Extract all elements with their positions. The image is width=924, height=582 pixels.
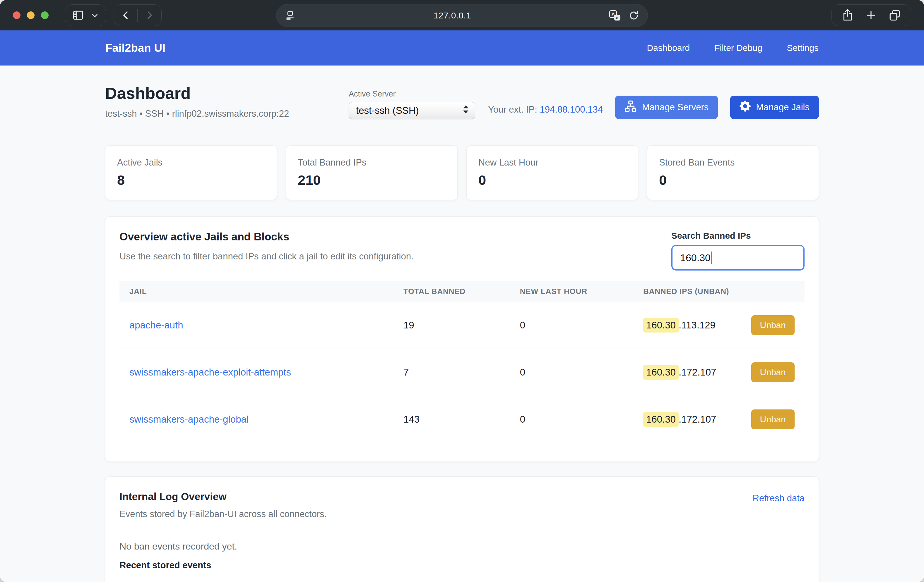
brand-logo[interactable]: Fail2ban UI <box>106 42 165 54</box>
reload-icon[interactable] <box>628 10 639 21</box>
search-banned-ips-label: Search Banned IPs <box>672 231 805 241</box>
back-button[interactable] <box>120 9 132 21</box>
unban-button[interactable]: Unban <box>751 409 795 429</box>
sitemap-icon <box>624 100 637 115</box>
log-subtitle: Events stored by Fail2ban-UI across all … <box>119 509 327 520</box>
page-format-icon[interactable] <box>285 9 296 22</box>
overview-subtitle: Use the search to filter banned IPs and … <box>119 251 414 262</box>
table-row: apache-auth 19 0 160.30.113.129 Unban <box>119 302 805 349</box>
history-nav-group <box>114 4 162 26</box>
forward-button[interactable] <box>144 9 155 21</box>
page: Dashboard test-ssh • SSH • rlinfp02.swis… <box>0 66 924 582</box>
table-row: swissmakers-apache-global 143 0 160.30.1… <box>119 396 805 443</box>
page-title: Dashboard <box>105 84 289 103</box>
app-navbar: Fail2ban UI Dashboard Filter Debug Setti… <box>0 30 924 66</box>
traffic-lights <box>13 12 49 19</box>
url-text: 127.0.0.1 <box>296 10 609 20</box>
tabs-overview-button[interactable] <box>889 9 901 21</box>
ext-ip-label: Your ext. IP: <box>488 104 537 115</box>
nav-link-filter-debug[interactable]: Filter Debug <box>714 43 762 53</box>
zoom-window-button[interactable] <box>41 12 49 19</box>
jail-link[interactable]: swissmakers-apache-global <box>129 414 249 425</box>
banned-ip: 160.30.172.107 <box>643 365 716 380</box>
share-button[interactable] <box>842 8 853 22</box>
stat-card-stored-ban-events: Stored Ban Events 0 <box>647 145 819 200</box>
active-server-label: Active Server <box>349 89 475 99</box>
divider <box>137 9 138 21</box>
browser-window: 127.0.0.1 A a <box>0 0 924 582</box>
banned-ip: 160.30.172.107 <box>643 412 716 427</box>
col-header-banned-ips: BANNED IPS (UNBAN) <box>633 281 805 302</box>
new-last-hour-cell: 0 <box>510 349 633 396</box>
page-header: Dashboard test-ssh • SSH • rlinfp02.swis… <box>105 84 819 119</box>
total-banned-cell: 7 <box>393 349 510 396</box>
active-server-select[interactable]: test-ssh (SSH) <box>349 102 475 119</box>
new-tab-button[interactable] <box>865 9 877 21</box>
banned-ip: 160.30.113.129 <box>643 318 716 332</box>
total-banned-cell: 143 <box>393 396 510 443</box>
overview-card: Overview active Jails and Blocks Use the… <box>105 216 819 462</box>
nav-link-dashboard[interactable]: Dashboard <box>647 43 690 53</box>
chevron-down-icon <box>91 11 99 20</box>
close-window-button[interactable] <box>13 12 20 19</box>
stat-card-active-jails: Active Jails 8 <box>105 145 277 200</box>
ip-highlight: 160.30 <box>643 412 679 427</box>
nav-links: Dashboard Filter Debug Settings <box>647 43 818 53</box>
ip-highlight: 160.30 <box>643 365 679 380</box>
new-last-hour-cell: 0 <box>510 396 633 443</box>
text-cursor <box>711 252 712 264</box>
ext-ip-value[interactable]: 194.88.100.134 <box>540 104 603 115</box>
minimize-window-button[interactable] <box>27 12 35 19</box>
stat-card-new-last-hour: New Last Hour 0 <box>466 145 638 200</box>
col-header-jail: JAIL <box>119 281 393 302</box>
col-header-new-last-hour: NEW LAST HOUR <box>510 281 633 302</box>
unban-button[interactable]: Unban <box>751 315 795 335</box>
log-title: Internal Log Overview <box>119 491 327 503</box>
page-subtitle: test-ssh • SSH • rlinfp02.swissmakers.co… <box>105 109 289 119</box>
sidebar-icon <box>72 9 85 21</box>
table-row: swissmakers-apache-exploit-attempts 7 0 … <box>119 349 805 396</box>
total-banned-cell: 19 <box>393 302 510 349</box>
unban-button[interactable]: Unban <box>751 362 795 382</box>
nav-link-settings[interactable]: Settings <box>787 43 818 53</box>
no-ban-events-message: No ban events recorded yet. <box>119 541 805 552</box>
col-header-total-banned: TOTAL BANNED <box>393 281 510 302</box>
url-bar[interactable]: 127.0.0.1 A a <box>276 4 648 27</box>
stat-cards: Active Jails 8 Total Banned IPs 210 New … <box>105 145 819 200</box>
external-ip: Your ext. IP: 194.88.100.134 <box>488 104 603 115</box>
jail-link[interactable]: swissmakers-apache-exploit-attempts <box>129 367 291 378</box>
select-arrows-icon <box>463 104 469 117</box>
chrome-right-cluster <box>832 4 911 26</box>
jail-link[interactable]: apache-auth <box>129 320 183 330</box>
svg-text:a: a <box>616 15 619 20</box>
manage-servers-button[interactable]: Manage Servers <box>615 95 718 119</box>
new-last-hour-cell: 0 <box>510 302 633 349</box>
jails-table: JAIL TOTAL BANNED NEW LAST HOUR BANNED I… <box>119 281 805 443</box>
manage-jails-button[interactable]: Manage Jails <box>730 95 819 119</box>
translate-icon[interactable]: A a <box>609 10 622 21</box>
stat-card-total-banned: Total Banned IPs 210 <box>286 145 458 200</box>
internal-log-card: Internal Log Overview Events stored by F… <box>105 477 819 582</box>
search-banned-ips-input[interactable]: 160.30 <box>672 245 805 271</box>
overview-title: Overview active Jails and Blocks <box>119 231 414 243</box>
sidebar-toggle-button[interactable] <box>65 4 106 26</box>
refresh-data-link[interactable]: Refresh data <box>753 493 805 504</box>
recent-stored-events-title: Recent stored events <box>119 560 805 570</box>
gear-icon <box>739 100 751 114</box>
browser-chrome: 127.0.0.1 A a <box>0 0 924 30</box>
ip-highlight: 160.30 <box>643 318 679 332</box>
